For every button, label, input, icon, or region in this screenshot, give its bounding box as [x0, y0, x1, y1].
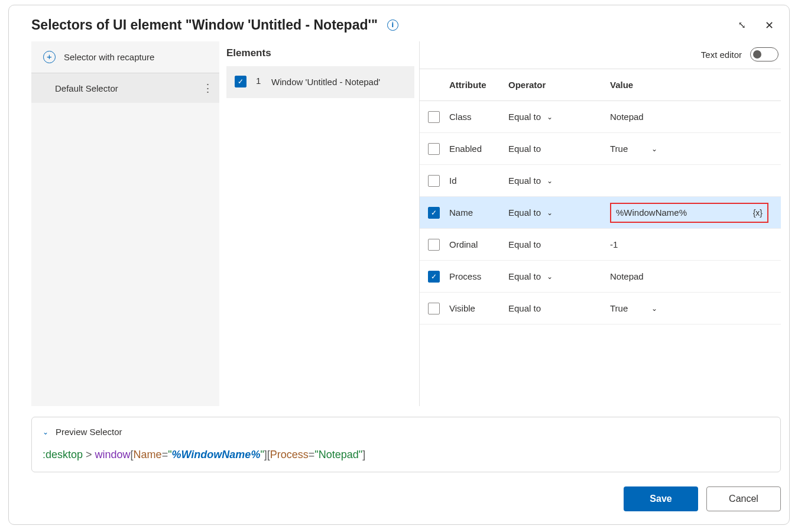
text-editor-label: Text editor: [701, 50, 742, 60]
value-input[interactable]: %WindowName%{x}: [610, 203, 768, 223]
chevron-down-icon: ⌄: [43, 428, 48, 436]
text-editor-row: Text editor: [420, 41, 781, 69]
attr-operator[interactable]: Equal to⌄: [508, 271, 610, 281]
attr-name: Ordinal: [449, 239, 508, 249]
element-label: Window 'Untitled - Notepad': [271, 76, 380, 89]
chevron-down-icon: ⌄: [547, 209, 553, 217]
chevron-down-icon: ⌄: [651, 145, 657, 153]
attr-operator[interactable]: Equal to⌄: [508, 176, 610, 186]
tok-rb2: ]: [362, 449, 365, 460]
attr-checkbox[interactable]: [428, 239, 440, 251]
insert-variable-icon[interactable]: {x}: [753, 208, 763, 218]
table-row[interactable]: OrdinalEqual to-1: [420, 229, 781, 261]
attr-checkbox[interactable]: [428, 111, 440, 123]
attr-operator[interactable]: Equal to⌄: [508, 207, 610, 218]
table-row[interactable]: ✓ProcessEqual to⌄Notepad: [420, 261, 781, 293]
table-header: Attribute Operator Value: [420, 69, 781, 101]
info-icon: i: [387, 20, 398, 31]
selector-item-default[interactable]: Default Selector ⋮: [31, 73, 219, 103]
attr-checkbox[interactable]: [428, 303, 440, 314]
tok-gt: >: [83, 449, 95, 460]
table-row[interactable]: IdEqual to⌄: [420, 165, 781, 197]
elements-panel: Elements ✓ 1 Window 'Untitled - Notepad': [219, 41, 416, 406]
attr-operator[interactable]: Equal to: [508, 239, 610, 249]
operator-label: Equal to: [508, 112, 541, 122]
header-attribute: Attribute: [449, 80, 508, 90]
dialog-header: Selectors of UI element "Window 'Untitle…: [9, 5, 789, 41]
header-operator: Operator: [508, 80, 610, 90]
header-value: Value: [610, 80, 775, 90]
dialog-title: Selectors of UI element "Window 'Untitle…: [31, 17, 378, 33]
info-icon-wrap[interactable]: i: [387, 20, 398, 31]
elements-header: Elements: [219, 41, 416, 66]
tok-process-key: Process: [270, 449, 309, 460]
attr-value[interactable]: Notepad: [610, 112, 775, 122]
attr-name: Enabled: [449, 144, 508, 154]
attr-value[interactable]: %WindowName%{x}: [610, 203, 775, 223]
value-text: True: [610, 144, 628, 154]
operator-label: Equal to: [508, 207, 541, 218]
attr-checkbox[interactable]: [428, 175, 440, 187]
selector-recapture-label: Selector with recapture: [64, 52, 154, 62]
value-text: -1: [610, 239, 618, 249]
value-text: Notepad: [610, 112, 644, 122]
table-row[interactable]: ✓NameEqual to⌄%WindowName%{x}: [420, 197, 781, 229]
preview-header[interactable]: ⌄ Preview Selector: [43, 427, 770, 437]
attr-value[interactable]: True⌄: [610, 144, 775, 154]
tok-name-val: %WindowName%: [172, 449, 261, 460]
more-icon[interactable]: ⋮: [202, 82, 212, 95]
table-row[interactable]: EnabledEqual toTrue⌄: [420, 133, 781, 165]
check-icon: ✓: [238, 78, 244, 85]
attr-operator[interactable]: Equal to⌄: [508, 112, 610, 122]
attr-value[interactable]: True⌄: [610, 303, 775, 313]
save-button[interactable]: Save: [624, 486, 698, 511]
check-icon: ✓: [431, 273, 437, 280]
selector-item-label: Default Selector: [55, 83, 118, 93]
expand-icon[interactable]: ⤢: [737, 21, 748, 29]
operator-label: Equal to: [508, 176, 541, 186]
attr-value[interactable]: -1: [610, 239, 775, 249]
attr-checkbox[interactable]: ✓: [428, 271, 440, 283]
tok-window: window: [95, 449, 131, 460]
close-icon[interactable]: ✕: [765, 19, 774, 32]
attr-value[interactable]: Notepad: [610, 271, 775, 281]
selector-code: :desktop > window[Name="%WindowName%"][P…: [43, 449, 770, 461]
element-index: 1: [256, 76, 262, 86]
tok-eq2: =: [309, 449, 315, 460]
header-actions: ⤢ ✕: [738, 19, 774, 32]
attribute-table: Attribute Operator Value ClassEqual to⌄N…: [420, 69, 781, 406]
selector-with-recapture[interactable]: + Selector with recapture: [31, 41, 219, 73]
attr-name: Class: [449, 112, 508, 122]
dialog-body: + Selector with recapture Default Select…: [9, 41, 789, 406]
check-icon: ✓: [431, 209, 437, 216]
chevron-down-icon: ⌄: [547, 273, 553, 281]
selector-dialog: Selectors of UI element "Window 'Untitle…: [8, 5, 790, 525]
table-row[interactable]: VisibleEqual toTrue⌄: [420, 293, 781, 325]
attr-operator[interactable]: Equal to: [508, 144, 610, 154]
attr-operator[interactable]: Equal to: [508, 303, 610, 313]
element-checkbox[interactable]: ✓: [235, 76, 246, 87]
chevron-down-icon: ⌄: [651, 304, 657, 313]
value-text: True: [610, 303, 628, 313]
text-editor-toggle[interactable]: [750, 47, 778, 61]
operator-label: Equal to: [508, 144, 541, 154]
attr-name: Process: [449, 271, 508, 281]
tok-eq1: =: [162, 449, 168, 460]
attr-checkbox[interactable]: [428, 143, 440, 155]
dialog-footer: Save Cancel: [9, 472, 789, 524]
tok-process-val: Notepad: [319, 449, 359, 460]
preview-label: Preview Selector: [56, 427, 122, 437]
cancel-button[interactable]: Cancel: [706, 486, 781, 511]
chevron-down-icon: ⌄: [547, 113, 553, 121]
tok-desktop: :desktop: [43, 449, 83, 460]
attr-name: Id: [449, 176, 508, 186]
tok-name-key: Name: [134, 449, 162, 460]
operator-label: Equal to: [508, 239, 541, 249]
chevron-down-icon: ⌄: [547, 177, 553, 185]
attributes-panel: Text editor Attribute Operator Value Cla…: [419, 41, 781, 406]
value-text: %WindowName%: [616, 207, 687, 218]
table-row[interactable]: ClassEqual to⌄Notepad: [420, 101, 781, 133]
element-item[interactable]: ✓ 1 Window 'Untitled - Notepad': [226, 66, 414, 98]
plus-icon: +: [43, 51, 56, 63]
attr-checkbox[interactable]: ✓: [428, 207, 440, 219]
